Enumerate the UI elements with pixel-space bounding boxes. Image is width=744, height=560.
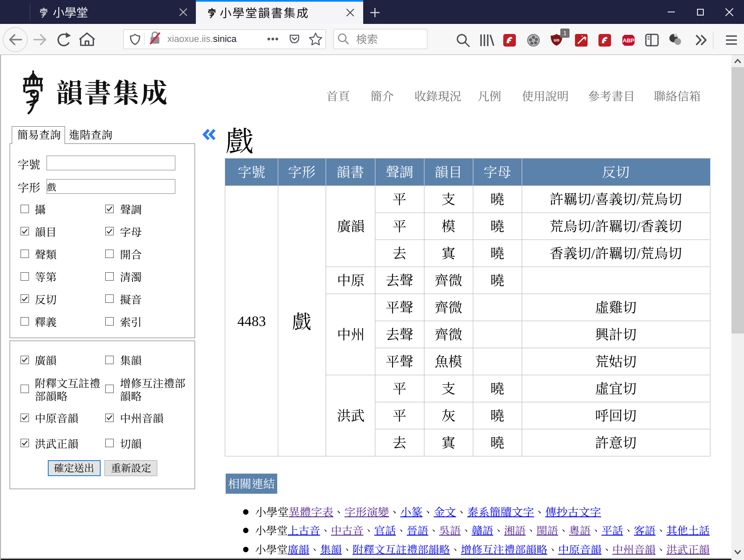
svg-text:uo: uo: [554, 37, 559, 42]
svg-text:1: 1: [563, 29, 567, 36]
svg-text:ABP: ABP: [623, 37, 635, 44]
